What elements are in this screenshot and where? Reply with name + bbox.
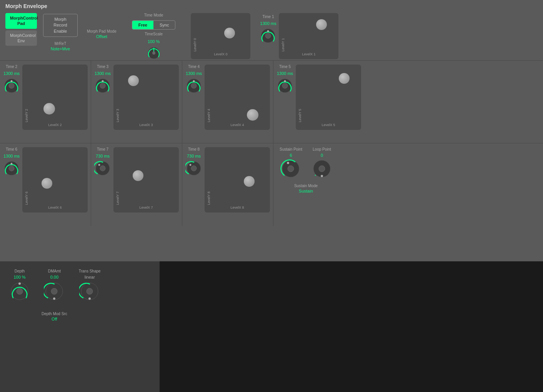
time-mode-section: Time Mode Free Sync TimeScale 100 %	[132, 13, 176, 60]
time8-section: Time 8 730 ms LevelY 8 LevelX 8	[182, 143, 273, 226]
level8-ball	[244, 176, 255, 187]
time6-label: Time 6	[6, 147, 17, 151]
time5-knob[interactable]	[276, 77, 293, 94]
svg-point-31	[321, 175, 323, 177]
morph-control-env-button[interactable]: MorphControlEnv	[5, 30, 37, 46]
timescale-knob[interactable]	[147, 46, 161, 60]
time5-value: 1300 ms	[277, 71, 293, 76]
mrret-value[interactable]: Note+Mve	[51, 47, 70, 51]
bottom-left-panel: Depth 100 % DMAmt 0.00	[0, 261, 160, 392]
trans-shape-knob[interactable]	[79, 281, 100, 302]
sustain-mode-col: Sustain Mode Sustain	[280, 184, 332, 193]
time7-section: Time 7 730 ms LevelY 7 LevelX 7	[91, 143, 182, 226]
svg-point-7	[11, 80, 13, 82]
svg-point-13	[193, 80, 195, 82]
sync-button[interactable]: Sync	[153, 21, 175, 29]
morph-control-pad-button[interactable]: MorphControlPad	[5, 13, 37, 29]
loop-point-value: 0	[321, 153, 323, 158]
time7-label: Time 7	[97, 147, 108, 151]
level3-pad[interactable]: LevelY 3 LevelX 3	[113, 65, 179, 130]
sustain-point-label: Sustain Point	[280, 147, 302, 151]
time5-section: Time 5 1300 ms LevelY 5 LevelX 5	[273, 61, 364, 143]
level7-ball	[133, 170, 143, 181]
time2-knob[interactable]	[3, 77, 20, 94]
level5-pad[interactable]: LevelY 5 LevelX 5	[296, 65, 361, 130]
level5-x-label: LevelX 5	[321, 123, 335, 127]
mrret-section: MrReT Note+Mve	[51, 42, 70, 51]
time3-knob[interactable]	[94, 77, 111, 94]
level7-pad[interactable]: LevelY 7 LevelX 7	[113, 147, 179, 213]
depth-mod-src-label: Depth Mod Src	[42, 312, 67, 316]
dmamt-knob[interactable]	[44, 281, 65, 302]
svg-point-10	[102, 80, 104, 82]
level8-y-label: LevelY 8	[207, 147, 211, 205]
depth-knob[interactable]	[9, 281, 30, 302]
dmamt-col: DMAmt 0.00 Depth Mod Src Off	[42, 269, 67, 321]
level7-y-label: LevelY 7	[116, 147, 120, 205]
level1-pad[interactable]: LevelY 1 LevelX 1	[279, 13, 338, 59]
time8-value: 730 ms	[187, 154, 201, 158]
sustain-point-value: 6	[290, 153, 292, 158]
sustain-point-knob[interactable]	[280, 158, 301, 179]
svg-point-33	[17, 288, 23, 294]
time4-knob-col: Time 4 1300 ms	[185, 65, 202, 94]
time5-label: Time 5	[279, 65, 291, 69]
time3-knob-col: Time 3 1300 ms	[94, 65, 111, 94]
depth-mod-src-section: Depth Mod Src Off	[42, 312, 67, 321]
svg-point-34	[18, 282, 21, 285]
level4-ball	[247, 109, 258, 121]
time7-knob[interactable]	[94, 160, 111, 177]
time8-label: Time 8	[188, 147, 200, 151]
morph-record-enable-button[interactable]: Morph RecordEnable	[43, 14, 78, 37]
time1-knob[interactable]	[260, 27, 276, 44]
level0-y-label: LevelY 0	[193, 13, 197, 51]
time2-knob-col: Time 2 1300 ms	[3, 65, 20, 94]
bottom-controls: Depth 100 % DMAmt 0.00	[0, 261, 160, 329]
depth-mod-src-value[interactable]: Off	[52, 317, 57, 321]
svg-point-27	[288, 166, 294, 172]
time7-knob-col: Time 7 730 ms	[94, 147, 111, 177]
loop-point-knob[interactable]	[311, 158, 332, 179]
svg-point-36	[51, 288, 57, 294]
row2: Time 2 1300 ms LevelY 2 LevelX 2	[0, 61, 543, 143]
time1-section: Time 1 1300 ms LevelY 1 LevelX 1	[260, 13, 338, 59]
svg-point-19	[11, 163, 13, 165]
level3-x-label: LevelX 3	[139, 123, 153, 127]
morph-pad-mode-value[interactable]: Offset	[96, 34, 107, 39]
time6-section: Time 6 1300 ms LevelY 6 LevelX 6	[0, 143, 91, 226]
morph-control-buttons: MorphControlPad MorphControlEnv	[5, 13, 37, 46]
level2-pad[interactable]: LevelY 2 LevelX 2	[22, 65, 88, 130]
trans-shape-value: linear	[85, 275, 95, 279]
level4-pad[interactable]: LevelY 4 LevelX 4	[205, 65, 270, 130]
sustain-point-col: Sustain Point 6	[280, 147, 302, 179]
level6-y-label: LevelY 6	[25, 147, 28, 205]
time8-knob[interactable]	[185, 160, 202, 177]
level8-x-label: LevelX 8	[230, 206, 244, 209]
level1-y-label: LevelY 1	[281, 13, 285, 51]
level0-section: LevelY 0 LevelX 0	[191, 13, 250, 59]
dmamt-value: 0.00	[50, 275, 58, 279]
svg-point-21	[100, 166, 105, 171]
level4-x-label: LevelX 4	[230, 123, 244, 127]
page-title: Morph Envelope	[0, 0, 543, 11]
level8-pad[interactable]: LevelY 8 LevelX 8	[205, 147, 270, 213]
svg-point-3	[265, 33, 271, 38]
time1-knob-col: Time 1 1300 ms	[260, 13, 276, 44]
time4-label: Time 4	[188, 65, 200, 69]
header-row: MorphControlPad MorphControlEnv Morph Re…	[0, 11, 543, 61]
level4-y-label: LevelY 4	[207, 65, 211, 122]
mrret-label: MrReT	[51, 42, 70, 46]
svg-point-22	[98, 164, 100, 166]
time4-knob[interactable]	[185, 77, 202, 94]
level1-x-label: LevelX 1	[302, 52, 315, 56]
level6-pad[interactable]: LevelY 6 LevelX 6	[22, 147, 88, 213]
level0-pad[interactable]: LevelY 0 LevelX 0	[191, 13, 250, 59]
depth-value: 100 %	[13, 275, 25, 279]
dmamt-label: DMAmt	[48, 269, 61, 273]
free-button[interactable]: Free	[132, 21, 153, 29]
sustain-mode-value[interactable]: Sustain	[299, 189, 313, 193]
time8-knob-col: Time 8 730 ms	[185, 147, 202, 177]
svg-point-15	[282, 83, 288, 88]
time6-knob[interactable]	[3, 160, 20, 177]
svg-point-37	[53, 297, 55, 300]
